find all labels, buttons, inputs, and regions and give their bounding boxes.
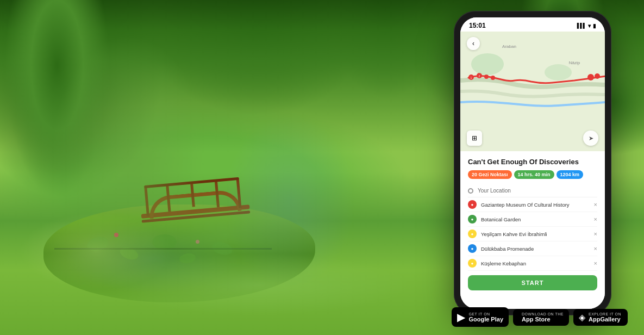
svg-point-4 [491,76,495,80]
app-gallery-icon: ◈ [579,312,585,322]
waypoint-row-0: ● Gaziantep Museum Of Cultural History × [468,197,597,212]
phone-mockup: 15:01 ▌▌▌ ▾ ▮ [454,11,628,321]
svg-text:Nâzip: Nâzip [569,60,580,65]
app-gallery-name: AppGallery [589,316,621,322]
google-play-icon: ▶ [457,311,465,324]
stat-badge-distance: 1204 km [557,170,584,179]
waypoint-name-1: Botanical Garden [481,216,590,222]
location-dot [468,188,473,194]
waypoint-row-4: ● Küşleme Kebaphan × [468,256,597,271]
waypoint-icon-2: ● [468,229,477,238]
stat-badge-stops: 20 Gezi Noktası [468,170,512,179]
app-gallery-text: EXPLORE IT ON AppGallery [589,312,621,322]
status-bar: 15:01 ▌▌▌ ▾ ▮ [460,17,605,32]
map-area: 1 2 Araban Nâzip ‹ ⊞ ➤ [460,32,605,151]
phone-screen: 15:01 ▌▌▌ ▾ ▮ [460,17,605,309]
google-play-text: GET IT ON Google Play [468,312,503,322]
waypoint-icon-4: ● [468,259,477,268]
google-play-name: Google Play [468,316,503,322]
map-layers-button[interactable]: ⊞ [467,131,482,146]
google-play-badge[interactable]: ▶ GET IT ON Google Play [452,307,509,327]
your-location-label: Your Location [478,188,511,194]
waypoint-remove-1[interactable]: × [594,216,597,222]
waypoint-row-1: ● Botanical Garden × [468,212,597,227]
waypoint-remove-4[interactable]: × [594,260,597,266]
waypoint-row-3: ● Dülükbaba Promenade × [468,241,597,256]
svg-text:Araban: Araban [502,44,516,49]
app-store-name: App Store [522,316,564,322]
app-store-sub: Download on the [522,312,564,316]
svg-point-6 [595,73,600,79]
status-time: 15:01 [469,22,486,29]
waypoint-name-0: Gaziantep Museum Of Cultural History [481,202,590,208]
battery-icon: ▮ [593,23,596,29]
waypoint-name-2: Yeşilçam Kahve Evi İbrahimli [481,231,590,237]
status-icons: ▌▌▌ ▾ ▮ [577,23,596,29]
app-store-text: Download on the App Store [522,312,564,322]
svg-point-11 [471,53,504,75]
waypoint-icon-0: ● [468,200,477,209]
start-button[interactable]: START [468,275,597,290]
phone-frame: 15:01 ▌▌▌ ▾ ▮ [454,11,611,315]
panel-title: Can't Get Enough Of Discoveries [468,158,597,166]
store-badges: ▶ GET IT ON Google Play Download on the … [452,307,628,327]
waypoint-remove-2[interactable]: × [594,231,597,237]
app-store-badge[interactable]: Download on the App Store [513,309,569,326]
svg-point-3 [484,75,489,79]
svg-text:1: 1 [471,76,472,79]
waypoint-remove-3[interactable]: × [594,245,597,252]
waypoint-remove-0[interactable]: × [594,201,597,208]
waypoint-icon-3: ● [468,244,477,253]
svg-point-5 [587,74,594,80]
svg-text:2: 2 [479,75,480,78]
waypoint-row-2: ● Yeşilçam Kahve Evi İbrahimli × [468,227,597,241]
waypoint-icon-1: ● [468,215,477,224]
bottom-panel: Can't Get Enough Of Discoveries 20 Gezi … [460,151,605,309]
your-location-row: Your Location [468,184,597,197]
stats-row: 20 Gezi Noktası 14 hrs. 40 min 1204 km [468,170,597,179]
waypoint-name-4: Küşleme Kebaphan [481,260,590,266]
map-back-button[interactable]: ‹ [467,37,480,50]
map-navigate-button[interactable]: ➤ [583,131,598,146]
wifi-icon: ▾ [588,23,591,29]
svg-point-12 [545,64,572,80]
app-gallery-sub: EXPLORE IT ON [589,312,621,316]
stat-badge-time: 14 hrs. 40 min [514,170,554,179]
google-play-sub: GET IT ON [468,312,503,316]
app-gallery-badge[interactable]: ◈ EXPLORE IT ON AppGallery [573,309,628,326]
signal-icon: ▌▌▌ [577,23,586,28]
waypoint-name-3: Dülükbaba Promenade [481,246,590,252]
